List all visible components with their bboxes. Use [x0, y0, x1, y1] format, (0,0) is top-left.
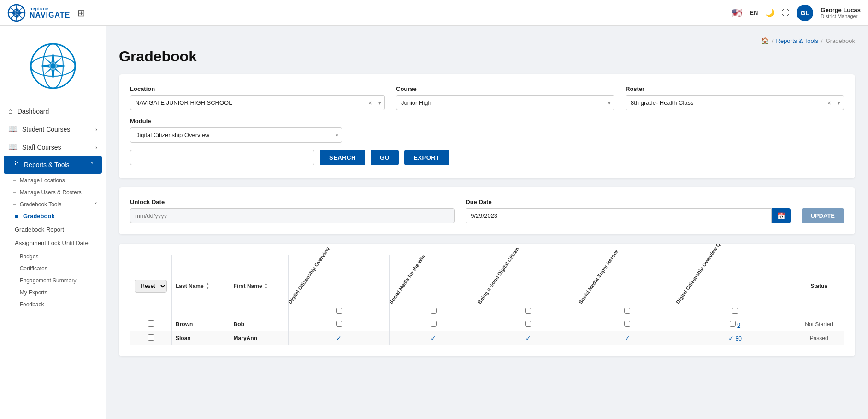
row1-col2 [390, 317, 478, 331]
th-first-name: First Name ▲▼ [230, 255, 288, 317]
chevron-down-icon: ˅ [94, 202, 97, 208]
row1-status: Not Started [794, 317, 844, 331]
sidebar-sub-certificates[interactable]: – Certificates [0, 262, 106, 274]
row1-score-link[interactable]: 0 [737, 322, 740, 328]
top-navigation: neptune NAVIGATE ⊞ 🇺🇸 EN 🌙 ⛶ GL George L… [0, 0, 868, 26]
module-label: Module [130, 118, 342, 125]
sidebar-sub-feedback[interactable]: – Feedback [0, 298, 106, 310]
sidebar-sub-gradebook[interactable]: Gradebook [0, 210, 106, 223]
svg-marker-17 [37, 64, 51, 68]
sidebar-item-dashboard[interactable]: ⌂ Dashboard [0, 102, 106, 120]
location-select[interactable]: NAVIGATE JUNIOR HIGH SCHOOL [130, 95, 385, 110]
sort-icon[interactable]: ▲▼ [264, 282, 268, 290]
location-group: Location NAVIGATE JUNIOR HIGH SCHOOL × ▾ [130, 85, 385, 110]
sidebar-item-student-courses[interactable]: 📖 Student Courses › [0, 120, 106, 138]
dates-card: Unlock Date Due Date 📅 UPDATE [119, 187, 855, 234]
export-button[interactable]: EXPORT [404, 150, 449, 165]
unlock-label: Unlock Date [130, 198, 455, 205]
row2-status: Passed [794, 331, 844, 345]
logo[interactable]: neptune NAVIGATE [7, 4, 70, 22]
sidebar-item-reports-tools[interactable]: ⏱ Reports & Tools ˅ [4, 156, 102, 174]
roster-group: Roster 8th grade- Health Class × ▾ [626, 85, 844, 110]
course-select-wrap: Junior High ▾ [396, 95, 614, 110]
roster-select-wrap: 8th grade- Health Class × ▾ [626, 95, 844, 110]
sort-icon[interactable]: ▲▼ [206, 282, 210, 290]
date-row: Unlock Date Due Date 📅 UPDATE [130, 198, 844, 223]
svg-marker-22 [44, 67, 52, 75]
sidebar-sub-manage-users[interactable]: – Manage Users & Rosters [0, 186, 106, 198]
row1-checkbox-cell [130, 317, 172, 331]
chevron-right-icon: › [95, 126, 97, 132]
row1-col5-checkbox[interactable] [730, 321, 736, 327]
page-title: Gradebook [119, 48, 855, 65]
calendar-icon[interactable]: 📅 [772, 208, 791, 223]
th-col5: Digital Citizenship Overview Quiz [676, 255, 794, 317]
sidebar-sub-engagement[interactable]: – Engagement Summary [0, 274, 106, 286]
sidebar-sub-gradebook-tools[interactable]: – Gradebook Tools ˅ [0, 198, 106, 210]
svg-point-24 [50, 63, 56, 69]
col3-header-checkbox[interactable] [525, 308, 531, 314]
sidebar-item-label: Reports & Tools [24, 161, 70, 168]
sidebar-nav: ⌂ Dashboard 📖 Student Courses › 📖 Staff … [0, 102, 106, 310]
user-avatar: GL [797, 5, 813, 21]
svg-marker-23 [54, 67, 62, 75]
due-date-wrap: 📅 [466, 208, 790, 223]
row1-first-name: Bob [230, 317, 288, 331]
th-status: Status [794, 255, 844, 317]
location-select-wrap: NAVIGATE JUNIOR HIGH SCHOOL × ▾ [130, 95, 385, 110]
go-button[interactable]: GO [371, 150, 399, 165]
sidebar-sub-assignment-lock[interactable]: Assignment Lock Until Date [0, 236, 106, 250]
update-button[interactable]: UPDATE [802, 208, 844, 223]
breadcrumb-gradebook: Gradebook [826, 37, 855, 44]
row2-checkbox[interactable] [148, 334, 154, 341]
col5-header-checkbox[interactable] [732, 308, 738, 314]
home-icon[interactable]: 🏠 [761, 37, 769, 44]
location-clear-icon[interactable]: × [368, 99, 372, 107]
row1-col2-checkbox[interactable] [431, 321, 437, 327]
user-name: George Lucas [821, 6, 861, 13]
row1-col3 [478, 317, 579, 331]
sidebar-sub-manage-locations[interactable]: – Manage Locations [0, 174, 106, 186]
row2-col3: ✓ [478, 331, 579, 345]
row2-score-link[interactable]: 80 [735, 335, 741, 342]
breadcrumb-reports[interactable]: Reports & Tools [776, 37, 819, 44]
th-last-name: Last Name ▲▼ [172, 255, 230, 317]
dark-mode-toggle[interactable]: 🌙 [765, 8, 774, 17]
sidebar-sub-gradebook-report[interactable]: Gradebook Report [0, 223, 106, 236]
user-info[interactable]: George Lucas District Manager [821, 6, 861, 19]
fullscreen-icon[interactable]: ⛶ [782, 9, 789, 17]
col1-header-checkbox[interactable] [336, 308, 342, 314]
table-row: Sloan MaryAnn ✓ ✓ ✓ ✓ ✓ 80 Passed [130, 331, 844, 345]
active-dot [15, 215, 18, 218]
search-button[interactable]: SEARCH [320, 150, 365, 165]
gradebook-table: Reset Last Name ▲▼ First Name [130, 255, 844, 345]
unlock-date-input[interactable] [130, 208, 455, 223]
layout: ⌂ Dashboard 📖 Student Courses › 📖 Staff … [0, 26, 868, 419]
row1-col4-checkbox[interactable] [624, 321, 630, 327]
sidebar-sub-badges[interactable]: – Badges [0, 250, 106, 262]
language-selector[interactable]: EN [750, 9, 758, 16]
row1-col3-checkbox[interactable] [525, 321, 531, 327]
sidebar-sub-my-exports[interactable]: – My Exports [0, 286, 106, 298]
col2-header-checkbox[interactable] [431, 308, 437, 314]
sidebar-item-staff-courses[interactable]: 📖 Staff Courses › [0, 138, 106, 156]
user-role: District Manager [821, 13, 861, 19]
search-input[interactable] [130, 150, 314, 165]
reset-select[interactable]: Reset [135, 280, 167, 293]
clock-icon: ⏱ [12, 161, 19, 169]
row1-checkbox[interactable] [148, 320, 154, 327]
module-select-wrap: Digital Citizenship Overview ▾ [130, 127, 342, 143]
book2-icon: 📖 [8, 143, 18, 151]
filters-row-1: Location NAVIGATE JUNIOR HIGH SCHOOL × ▾… [130, 85, 844, 110]
row1-col1-checkbox[interactable] [336, 321, 342, 327]
roster-select[interactable]: 8th grade- Health Class [626, 95, 844, 110]
grid-icon[interactable]: ⊞ [77, 7, 85, 18]
course-select[interactable]: Junior High [396, 95, 614, 110]
module-select[interactable]: Digital Citizenship Overview [130, 127, 342, 143]
sidebar: ⌂ Dashboard 📖 Student Courses › 📖 Staff … [0, 26, 106, 419]
roster-clear-icon[interactable]: × [827, 99, 831, 107]
due-date-input[interactable] [466, 208, 771, 223]
sidebar-item-label: Student Courses [22, 126, 70, 133]
col4-header-checkbox[interactable] [624, 308, 630, 314]
row2-last-name: Sloan [172, 331, 230, 345]
